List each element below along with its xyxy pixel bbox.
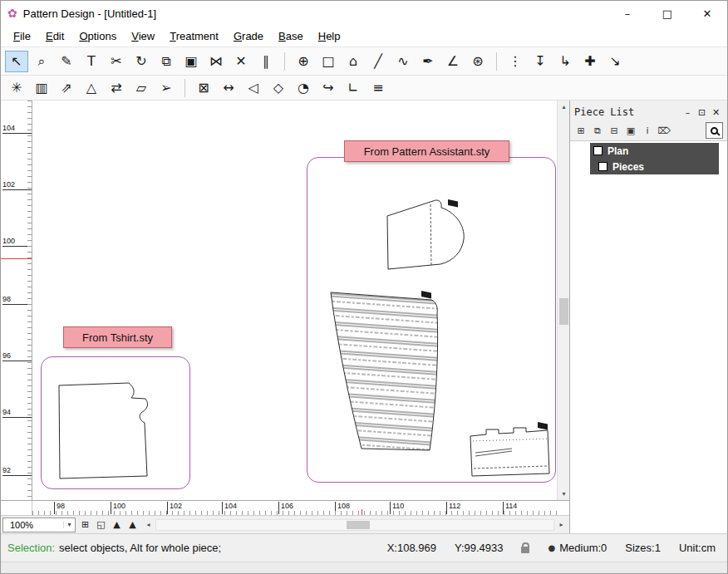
- menu-treatment[interactable]: Treatment: [162, 30, 226, 42]
- ruler-tool[interactable]: ▥: [30, 77, 53, 99]
- paste-tool[interactable]: ▣: [180, 51, 203, 72]
- folder-icon[interactable]: ▣: [624, 124, 637, 137]
- flip-tool[interactable]: ⇄: [105, 77, 128, 99]
- zoom-in-icon[interactable]: ▲: [109, 519, 125, 530]
- pen-tool[interactable]: ✒: [416, 51, 440, 72]
- zoom-select[interactable]: 100% ▾: [2, 518, 76, 532]
- toolbar-row-1: ↖⌕✎T✂↻⧉▣⋈✕∥⊕□⌂╱∿✒∠⊛⋮↧↳✚↘: [1, 47, 727, 76]
- close-button[interactable]: ✕: [687, 1, 727, 26]
- width-tool[interactable]: ↔: [217, 77, 240, 99]
- rosette-tool[interactable]: ⊛: [466, 51, 489, 72]
- piece-yoke[interactable]: [470, 428, 549, 476]
- scroll-up-icon[interactable]: ▴: [558, 101, 570, 113]
- corner-point-tool[interactable]: ↳: [553, 51, 577, 72]
- maximize-button[interactable]: □: [647, 1, 687, 26]
- horizontal-scrollbar[interactable]: [155, 519, 554, 531]
- cut-tool[interactable]: ✂: [105, 51, 128, 72]
- angle-tool[interactable]: ∠: [441, 51, 465, 72]
- join-tool[interactable]: ⋈: [204, 51, 228, 72]
- panel-close-button[interactable]: ✕: [709, 107, 723, 118]
- checkbox[interactable]: [593, 146, 603, 155]
- diamond-tool[interactable]: ◇: [267, 77, 290, 99]
- piece-list-item-plan[interactable]: Plan: [590, 143, 719, 159]
- vertical-scroll-thumb[interactable]: [559, 298, 568, 325]
- minimize-button[interactable]: –: [607, 1, 647, 26]
- menu-options[interactable]: Options: [71, 30, 124, 42]
- hruler-tick: 114: [503, 502, 517, 514]
- ruler-corner: [1, 501, 32, 515]
- point-tool[interactable]: ⋮: [504, 51, 527, 72]
- cone-tool[interactable]: ◁: [242, 77, 265, 99]
- piece-pleated-skirt[interactable]: [331, 292, 438, 450]
- dart-tool[interactable]: △: [80, 77, 103, 99]
- hruler-tick: 102: [167, 502, 182, 514]
- line-tool[interactable]: ╱: [366, 51, 390, 72]
- search-button[interactable]: [706, 122, 723, 139]
- full-screen-icon[interactable]: ◱: [93, 519, 109, 530]
- horizontal-scroll-thumb[interactable]: [347, 521, 370, 529]
- drop-point-tool[interactable]: ↧: [529, 51, 552, 72]
- menu-grade[interactable]: Grade: [226, 30, 271, 42]
- copy-piece-icon[interactable]: ⧉: [591, 124, 604, 137]
- piece-bodice[interactable]: [387, 200, 464, 269]
- scroll-right-icon[interactable]: ▸: [555, 518, 568, 531]
- menu-view[interactable]: View: [124, 30, 162, 42]
- window-title: Pattern Design - [Untitled-1]: [23, 7, 156, 20]
- lock-icon: [521, 547, 529, 553]
- panel-float-button[interactable]: ⊡: [695, 107, 709, 118]
- prism-tool[interactable]: ▱: [130, 77, 153, 99]
- arrow-tool[interactable]: ➢: [155, 77, 178, 99]
- panel-minimize-button[interactable]: –: [681, 107, 695, 118]
- canvas[interactable]: From Pattern Assistant.sty From Tshirt.s…: [32, 101, 557, 500]
- curve-arrow-tool[interactable]: ↪: [317, 77, 340, 99]
- info-icon[interactable]: i: [641, 124, 654, 137]
- rectangle-tool[interactable]: □: [317, 51, 340, 72]
- label-tshirt[interactable]: From Tshirt.sty: [63, 326, 172, 348]
- status-x-coordinate: X:108.969: [387, 542, 436, 554]
- select-tool[interactable]: ↖: [5, 51, 28, 72]
- copy-tool[interactable]: ⧉: [155, 51, 178, 72]
- vertical-scrollbar[interactable]: ▴ ▾: [557, 101, 569, 500]
- paste-piece-icon[interactable]: ⊟: [607, 124, 621, 137]
- intersect-tool[interactable]: ✕: [229, 51, 253, 72]
- view-buttons: ⊞◱▲▲: [77, 519, 140, 530]
- text-tool[interactable]: T: [80, 51, 103, 72]
- vruler-tick: 104: [2, 124, 32, 134]
- zoom-tool[interactable]: ⌕: [30, 51, 53, 72]
- piece-tshirt-front[interactable]: [59, 383, 148, 478]
- exclude-tool[interactable]: ⊠: [192, 77, 215, 99]
- polygon-tool[interactable]: ⌂: [342, 51, 365, 72]
- skew-tool[interactable]: ⇗: [55, 77, 78, 99]
- scroll-left-icon[interactable]: ◂: [142, 518, 155, 531]
- parallel-lines-tool[interactable]: ≡: [366, 77, 390, 99]
- curve-tool[interactable]: ∿: [391, 51, 415, 72]
- menu-base[interactable]: Base: [271, 30, 311, 42]
- chevron-down-icon[interactable]: ▾: [63, 521, 75, 528]
- label-pattern-assistant[interactable]: From Pattern Assistant.sty: [344, 140, 509, 162]
- piece-list-toolbar: ⊞⧉⊟▣i⌦: [570, 120, 727, 140]
- vruler-tick: 94: [2, 408, 32, 418]
- pencil-tool[interactable]: ✎: [55, 51, 78, 72]
- scroll-down-icon[interactable]: ▾: [558, 488, 570, 500]
- status-unit: Unit:cm: [679, 542, 716, 554]
- new-piece-icon[interactable]: ⊞: [574, 124, 588, 137]
- hruler-tick: 112: [446, 502, 460, 514]
- menu-edit[interactable]: Edit: [38, 30, 71, 42]
- burst-tool[interactable]: ✳: [5, 77, 28, 99]
- rotate-tool[interactable]: ↻: [130, 51, 153, 72]
- horizontal-ruler: 98100102104106108110112114: [32, 501, 557, 515]
- move-point-tool[interactable]: ✚: [578, 51, 602, 72]
- corner-angle-tool[interactable]: ∟: [342, 77, 365, 99]
- piece-list-item-pieces[interactable]: Pieces: [590, 159, 719, 174]
- delete-icon[interactable]: ⌦: [657, 124, 671, 137]
- sector-tool[interactable]: ◔: [292, 77, 315, 99]
- piece-list: PlanPieces: [570, 140, 727, 533]
- checkbox[interactable]: [598, 162, 607, 171]
- fit-view-icon[interactable]: ⊞: [77, 519, 93, 530]
- zoom-out-icon[interactable]: ▲: [125, 519, 140, 530]
- circle-tool[interactable]: ⊕: [292, 51, 315, 72]
- menu-file[interactable]: File: [6, 30, 38, 42]
- parallel-tool[interactable]: ∥: [254, 51, 278, 72]
- menu-help[interactable]: Help: [311, 30, 348, 42]
- stretch-tool[interactable]: ↘: [603, 51, 627, 72]
